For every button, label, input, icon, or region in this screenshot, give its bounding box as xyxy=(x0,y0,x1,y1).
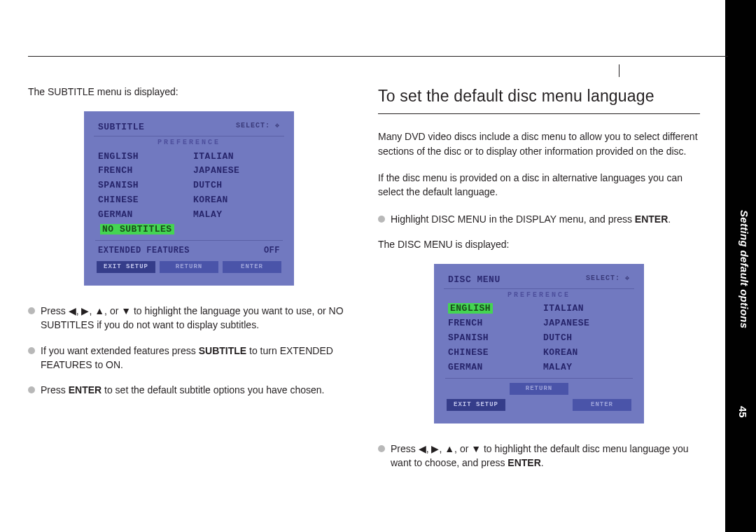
osd-pref-label: PREFERENCE xyxy=(94,136,284,148)
left-column: The SUBTITLE menu is displayed: SUBTITLE… xyxy=(28,85,350,481)
osd-exit-button: EXIT SETUP xyxy=(97,261,155,273)
bullet-icon xyxy=(28,347,35,354)
osd-item: MALAY xyxy=(189,208,284,223)
right-column: To set the default disc menu language Ma… xyxy=(378,85,700,481)
arrow-icons: ◀, ▶, ▲, or ▼ xyxy=(69,305,131,316)
osd-item: KOREAN xyxy=(539,346,634,360)
body-text: If the disc menu is provided on a disc i… xyxy=(378,171,700,200)
osd-item: SPANISH xyxy=(444,331,539,346)
osd-highlight: NO SUBTITLES xyxy=(100,224,174,234)
top-rule xyxy=(28,56,728,57)
bullet-text: Press ENTER to set the default subtitle … xyxy=(41,383,324,397)
side-tab-text: Setting default options xyxy=(738,210,750,328)
discmenu-osd: DISC MENU SELECT: ✥ PREFERENCE ENGLISH F… xyxy=(434,264,644,424)
osd-title: SUBTITLE xyxy=(98,121,144,134)
osd-item: ITALIAN xyxy=(539,302,634,316)
osd-enter-button: ENTER xyxy=(223,261,281,273)
osd-return-button: RETURN xyxy=(160,261,218,273)
osd-highlight: ENGLISH xyxy=(448,303,493,314)
osd-select-label: SELECT: xyxy=(586,274,620,282)
side-tab-label: Setting default options xyxy=(738,210,750,328)
osd-ext-value: OFF xyxy=(264,245,280,257)
osd-ext-label: EXTENDED FEATURES xyxy=(98,245,190,257)
arrow-icons: ◀, ▶, ▲, or ▼ xyxy=(419,443,481,454)
osd-item: GERMAN xyxy=(94,208,189,223)
bullet-icon xyxy=(378,216,385,223)
body-text: Many DVD video discs include a disc menu… xyxy=(378,130,700,158)
osd-item: SPANISH xyxy=(94,178,189,193)
osd-title: DISC MENU xyxy=(448,274,500,287)
osd-item: DUTCH xyxy=(189,178,284,193)
osd-item: CHINESE xyxy=(444,346,539,360)
bullet-icon xyxy=(28,307,35,314)
osd-item: FRENCH xyxy=(444,316,539,331)
page-number: 45 xyxy=(737,406,749,418)
osd-item: JAPANESE xyxy=(189,164,284,178)
bullet-text: If you want extended features press SUBT… xyxy=(41,344,350,372)
bullet-icon xyxy=(28,386,35,393)
heading-rule xyxy=(378,113,700,114)
section-heading: To set the default disc menu language xyxy=(378,85,700,108)
osd-item: ITALIAN xyxy=(189,150,284,164)
bullet-text: Press ◀, ▶, ▲, or ▼ to highlight the lan… xyxy=(41,304,350,332)
osd-item: CHINESE xyxy=(94,193,189,208)
osd-exit-button: EXIT SETUP xyxy=(447,399,505,411)
osd-item: JAPANESE xyxy=(539,316,634,331)
osd-item: KOREAN xyxy=(189,193,284,208)
osd-pref-label: PREFERENCE xyxy=(444,288,634,301)
osd-return-button: RETURN xyxy=(510,383,568,395)
side-tab: Setting default options 45 xyxy=(725,0,756,532)
osd-select-label: SELECT: xyxy=(236,122,270,130)
bullet-icon xyxy=(378,445,385,452)
osd-item: DUTCH xyxy=(539,331,634,346)
osd-item: MALAY xyxy=(539,360,634,375)
subtitle-osd: SUBTITLE SELECT: ✥ PREFERENCE ENGLISH FR… xyxy=(84,111,294,286)
osd-item: ENGLISH xyxy=(94,150,189,164)
bullet-text: Press ◀, ▶, ▲, or ▼ to highlight the def… xyxy=(391,442,700,470)
subtitle-intro: The SUBTITLE menu is displayed: xyxy=(28,85,350,99)
discmenu-intro: The DISC MENU is displayed: xyxy=(378,237,700,251)
osd-item: FRENCH xyxy=(94,164,189,178)
bullet-text: Highlight DISC MENU in the DISPLAY menu,… xyxy=(391,212,671,226)
osd-enter-button: ENTER xyxy=(573,399,631,411)
osd-item: GERMAN xyxy=(444,360,539,375)
